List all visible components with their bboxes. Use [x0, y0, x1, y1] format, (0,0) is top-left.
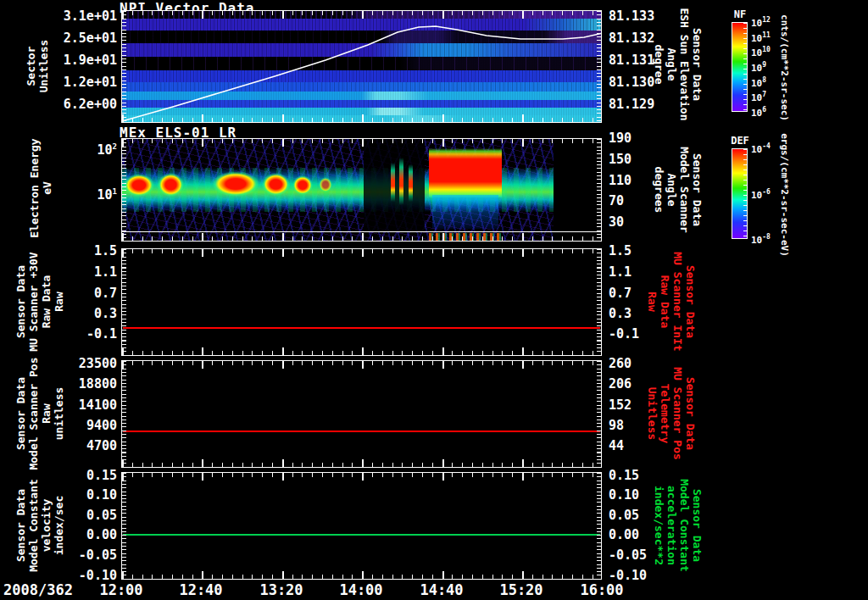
axis-label-line: Model Scanner — [678, 147, 691, 233]
colorbar-tick-label: 10-6 — [751, 188, 771, 201]
colorbar-tick-label: 106 — [751, 106, 766, 119]
sun-elevation-line — [122, 11, 602, 123]
flux-spike — [391, 163, 395, 202]
axis-label-line: MU Scanner InIt — [671, 252, 684, 351]
x-tick-label: 14:40 — [402, 581, 481, 598]
axis-label-line: degrees — [653, 147, 665, 233]
y-tick-label: 1.2e+01 — [49, 75, 117, 90]
axis-label-line: Model Constant — [27, 479, 40, 572]
axis-label-line: Raw Data — [659, 252, 671, 351]
colorbar-def-title: DEF — [727, 135, 753, 147]
axis-label-line: MU Scanner +30V — [27, 252, 40, 351]
y-minor-ticks — [597, 361, 601, 467]
colorbar-tick-label: 107 — [751, 91, 766, 103]
x-tick-label: 12:40 — [161, 581, 241, 598]
axis-label-line: index/sec — [53, 479, 65, 572]
flux-block-tail — [432, 195, 498, 229]
axis-label-line: eV — [41, 138, 53, 237]
axis-label-line: Sensor Data — [691, 147, 704, 233]
high-flux-blob — [212, 171, 259, 197]
intense-flux-block — [429, 148, 502, 197]
axis-label-line: Sensor Data — [691, 8, 704, 120]
colorbar-tick-label: 1011 — [751, 31, 771, 44]
x-major-ticks — [122, 139, 601, 147]
axis-label-line: Sensor Data — [684, 367, 697, 460]
x-tick-label: 13:20 — [242, 581, 321, 598]
x-major-ticks — [122, 114, 601, 122]
axis-label-line: Angle — [665, 8, 678, 120]
colorbar-tick-label: 1010 — [751, 46, 771, 58]
x-major-ticks — [122, 11, 601, 19]
colorbar-tick-label: 109 — [751, 61, 766, 74]
x-major-ticks — [122, 571, 601, 579]
y-minor-ticks — [122, 11, 126, 122]
axis-label-line: Raw — [646, 252, 659, 351]
colorbar-tick-label: 108 — [751, 76, 766, 89]
els-spectrogram-panel — [121, 138, 602, 242]
axis-label-line: Raw — [53, 252, 65, 351]
model-constant-velocity-line — [123, 534, 600, 536]
y-minor-ticks — [597, 139, 601, 241]
y-minor-ticks — [122, 361, 126, 467]
y-tick-label: 2.5e+01 — [49, 31, 117, 46]
axis-label-line: Sensor Data — [14, 357, 27, 469]
axis-label-line: Sector — [25, 40, 37, 93]
colorbar-def — [732, 148, 748, 239]
axis-label-line: Sensor Data — [691, 479, 704, 572]
y-minor-ticks — [122, 473, 126, 579]
axis-label-line: velocity — [40, 479, 53, 572]
axis-label-line: MU Scanner Pos — [671, 367, 684, 460]
axis-label-line: Model Constant — [678, 479, 691, 572]
colorbar-tick-label: 1012 — [751, 16, 771, 29]
high-flux-blob — [124, 174, 154, 197]
data-end-region — [554, 139, 602, 242]
mu-scanner-30v-panel — [121, 248, 602, 356]
x-tick-label: 14:00 — [321, 581, 401, 598]
y-tick-label: 190 — [609, 131, 663, 146]
axis-label-line: Sensor Data — [14, 479, 27, 572]
y-tick-label: 3.1e+01 — [49, 8, 117, 24]
x-tick-label: 15:20 — [481, 581, 561, 598]
npi-spectrogram-panel — [121, 10, 602, 123]
model-scanner-pos-line — [123, 431, 600, 432]
model-constant-velocity-panel — [121, 472, 602, 580]
x-tick-label: 12:00 — [81, 581, 161, 598]
axis-label-line: Telemetry — [659, 367, 671, 460]
x-major-ticks — [122, 347, 601, 355]
y-tick-label: 101 — [49, 187, 117, 203]
panel2-divider-line — [122, 231, 601, 232]
high-flux-blob — [319, 177, 332, 192]
colorbar-nf — [732, 22, 748, 112]
y-minor-ticks — [597, 473, 601, 579]
y-minor-ticks — [597, 11, 601, 122]
y-minor-ticks — [122, 249, 126, 355]
flux-spike — [409, 164, 413, 202]
plot-window: NPI Vector Data 3.1e+012.5e+011.9e+011.2… — [0, 0, 868, 600]
axis-label-line: Model Scanner Pos — [27, 357, 40, 469]
mu-scanner-30v-line — [123, 327, 600, 329]
axis-label-line: Angle — [665, 147, 678, 233]
colorbar-tick-label: 10-4 — [751, 142, 771, 155]
axis-label-line: Sensor Data — [14, 252, 27, 351]
colorbar-nf-title: NF — [727, 8, 753, 20]
axis-label-line: degree — [653, 8, 665, 120]
x-major-ticks — [122, 249, 601, 257]
flux-spike — [399, 158, 403, 205]
date-label: 2008/362 — [3, 581, 73, 598]
high-flux-blob — [158, 173, 184, 197]
model-scanner-pos-panel — [121, 360, 602, 468]
axis-label-line: index/sec**2 — [653, 479, 665, 572]
y-tick-label: 102 — [49, 142, 117, 158]
axis-label-line: Sensor Data — [684, 252, 697, 351]
axis-label-line: Raw — [40, 357, 53, 469]
axis-label-line: acceleration — [665, 479, 678, 572]
x-major-ticks — [122, 361, 601, 369]
y-tick-label: 6.2e+00 — [49, 97, 117, 112]
x-major-ticks — [122, 459, 601, 467]
axis-label-line: Raw Data — [40, 252, 53, 351]
high-flux-blob — [262, 173, 290, 196]
colorbar-tick-label: 10-8 — [751, 233, 771, 246]
axis-label-line: Electron Energy — [28, 138, 41, 237]
y-minor-ticks — [597, 249, 601, 355]
y-minor-ticks — [122, 139, 126, 241]
